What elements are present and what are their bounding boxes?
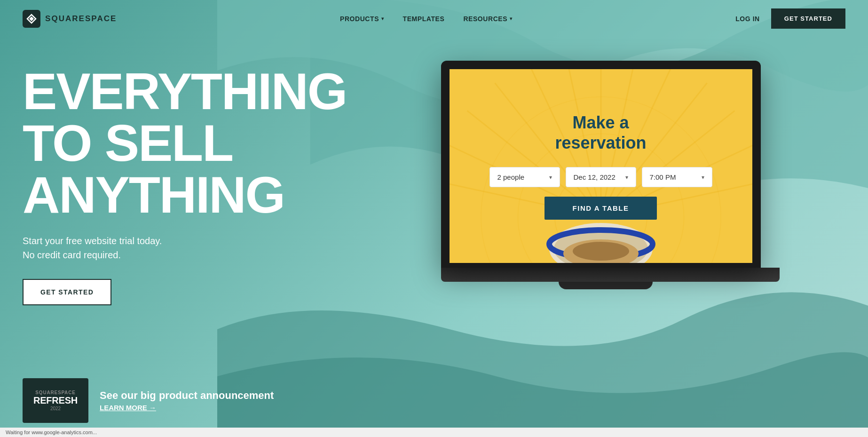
resources-nav-link[interactable]: RESOURCES ▾ bbox=[463, 15, 512, 23]
login-button[interactable]: LOG IN bbox=[735, 15, 760, 23]
get-started-nav-button[interactable]: GET STARTED bbox=[771, 8, 845, 29]
announcement-image: SQUARESPACE REFRESH 2022 bbox=[23, 378, 88, 423]
products-nav-link[interactable]: PRODUCTS ▾ bbox=[340, 15, 384, 23]
time-chevron-icon: ▾ bbox=[702, 174, 704, 181]
reservation-fields: 2 people ▾ Dec 12, 2022 ▾ 7:00 PM ▾ bbox=[468, 167, 734, 187]
date-select[interactable]: Dec 12, 2022 ▾ bbox=[566, 167, 636, 187]
hero-heading: EVERYTHING TO SELL ANYTHING bbox=[23, 65, 347, 221]
nav-links: PRODUCTS ▾ TEMPLATES RESOURCES ▾ bbox=[340, 15, 513, 23]
hero-left: EVERYTHING TO SELL ANYTHING Start your f… bbox=[23, 56, 347, 305]
party-size-chevron-icon: ▾ bbox=[549, 174, 552, 181]
laptop-screen: Make a reservation 2 people ▾ Dec 12, 20… bbox=[441, 61, 761, 268]
announcement-heading: See our big product announcement bbox=[100, 389, 274, 402]
logo[interactable]: SQUARESPACE bbox=[23, 10, 117, 28]
status-bar: Waiting for www.google-analytics.com... bbox=[0, 428, 868, 437]
svg-point-21 bbox=[573, 242, 629, 261]
squarespace-logo-icon bbox=[23, 10, 40, 28]
date-chevron-icon: ▾ bbox=[625, 174, 628, 181]
hero-get-started-button[interactable]: GET STARTED bbox=[23, 279, 111, 305]
hero-subtext: Start your free website trial today. No … bbox=[23, 234, 347, 262]
templates-nav-link[interactable]: TEMPLATES bbox=[403, 15, 445, 23]
resources-chevron-icon: ▾ bbox=[510, 16, 513, 21]
nav-actions: LOG IN GET STARTED bbox=[735, 8, 845, 29]
time-select[interactable]: 7:00 PM ▾ bbox=[642, 167, 712, 187]
laptop-stand bbox=[559, 282, 653, 289]
learn-more-link[interactable]: LEARN MORE → bbox=[100, 404, 274, 412]
reservation-widget: Make a reservation 2 people ▾ Dec 12, 20… bbox=[450, 103, 752, 229]
laptop-mockup: Make a reservation 2 people ▾ Dec 12, 20… bbox=[441, 61, 770, 289]
hero-section: EVERYTHING TO SELL ANYTHING Start your f… bbox=[0, 37, 868, 423]
products-chevron-icon: ▾ bbox=[381, 16, 384, 21]
laptop-base bbox=[441, 268, 780, 282]
announcement-text: See our big product announcement LEARN M… bbox=[100, 389, 274, 412]
hero-right: Make a reservation 2 people ▾ Dec 12, 20… bbox=[347, 56, 845, 289]
reservation-title: Make a reservation bbox=[468, 112, 734, 153]
party-size-select[interactable]: 2 people ▾ bbox=[489, 167, 560, 187]
navigation: SQUARESPACE PRODUCTS ▾ TEMPLATES RESOURC… bbox=[0, 0, 868, 37]
brand-name: SQUARESPACE bbox=[45, 14, 117, 24]
